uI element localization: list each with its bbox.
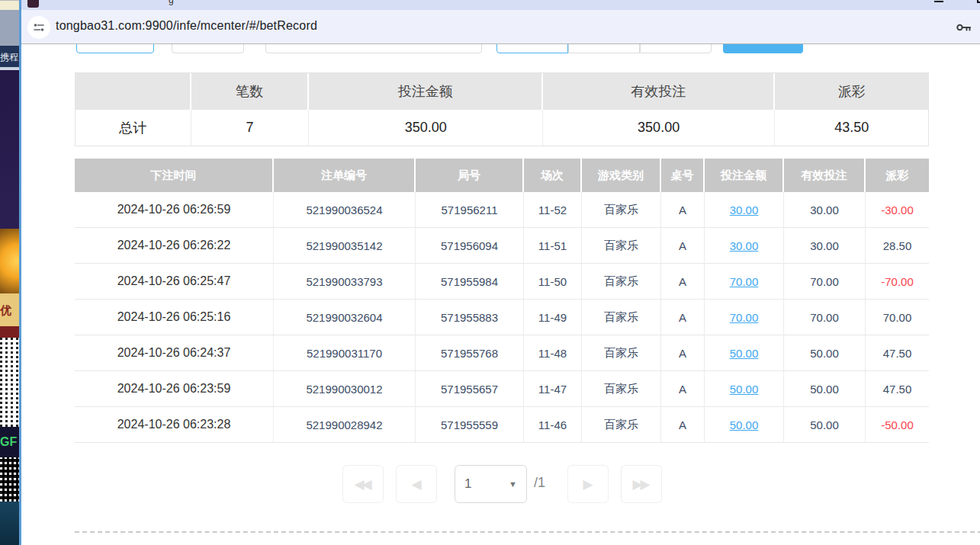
- backdrop-red-bar: [0, 326, 19, 338]
- maximize-icon[interactable]: [977, 0, 980, 3]
- bet-time: 2024-10-26 06:25:16: [75, 300, 274, 335]
- game-type: 百家乐: [582, 335, 661, 370]
- backdrop-promo-text: 优: [0, 293, 19, 326]
- round-no: 571955657: [416, 371, 524, 406]
- next-page-button[interactable]: ▶: [567, 465, 609, 503]
- site-settings-icon[interactable]: [27, 16, 50, 39]
- payout: -50.00: [866, 407, 929, 442]
- session: 11-47: [524, 371, 582, 406]
- valid-bet: 50.00: [784, 371, 866, 406]
- summary-header-row: 笔数 投注金额 有效投注 派彩: [76, 73, 928, 110]
- password-key-icon[interactable]: [954, 18, 972, 40]
- backdrop-gold-coin-image: [0, 229, 19, 293]
- bet-amount-link[interactable]: 50.00: [730, 383, 759, 396]
- bet-amount-link[interactable]: 70.00: [730, 275, 759, 288]
- bet-id: 521990028942: [274, 407, 416, 442]
- payout: 28.50: [866, 228, 929, 263]
- game-type: 百家乐: [582, 264, 661, 299]
- pagination: ◀◀ ◀ 1 ▼ /1 ▶ ▶▶: [21, 465, 980, 508]
- game-type: 百家乐: [582, 371, 661, 406]
- session: 11-50: [524, 264, 582, 299]
- tab-favicon: [27, 0, 39, 8]
- backdrop-gf-text: GF: [0, 427, 19, 457]
- col-bet-id: 注单编号: [274, 159, 416, 192]
- summary-valid-bet-value: 350.00: [543, 110, 775, 146]
- round-no: 571955559: [416, 407, 524, 442]
- last-page-button[interactable]: ▶▶: [621, 465, 662, 503]
- round-no: 571955984: [416, 264, 524, 299]
- table-row: 2024-10-26 06:23:28 521990028942 5719555…: [75, 407, 929, 443]
- backdrop-purple-band: [0, 70, 19, 229]
- payout: 47.50: [866, 371, 929, 406]
- address-bar[interactable]: tongbao31.com:9900/infe/mcenter/#/betRec…: [21, 10, 980, 44]
- table-no: A: [661, 300, 705, 335]
- summary-payout-value: 43.50: [775, 110, 928, 146]
- summary-header-bet-amount: 投注金额: [309, 73, 542, 110]
- bet-amount-link[interactable]: 70.00: [730, 311, 759, 324]
- table-row: 2024-10-26 06:25:16 521990032604 5719558…: [75, 300, 929, 335]
- col-bet-time: 下注时间: [75, 159, 274, 192]
- bet-id: 521990030012: [274, 371, 416, 406]
- table-row: 2024-10-26 06:24:37 521990031170 5719557…: [75, 335, 929, 371]
- bet-amount-link[interactable]: 30.00: [730, 204, 759, 216]
- page-total-label: /1: [534, 475, 545, 491]
- valid-bet: 70.00: [784, 264, 866, 299]
- bet-id: 521990031170: [274, 335, 416, 370]
- summary-count-value: 7: [191, 110, 310, 146]
- table-no: A: [661, 228, 705, 263]
- table-no: A: [661, 371, 705, 406]
- backdrop-top: [0, 0, 19, 10]
- col-payout: 派彩: [866, 159, 929, 192]
- browser-tab-bar: g: [21, 0, 980, 10]
- summary-header-blank: [76, 73, 191, 110]
- summary-table: 笔数 投注金额 有效投注 派彩 总计 7 350.00 350.00 43.50: [75, 72, 929, 146]
- backdrop-qr-code-2: [0, 457, 19, 502]
- browser-window: g tongbao31.com:9900/infe/mcenter/#/betR…: [19, 0, 980, 545]
- bet-time: 2024-10-26 06:23:59: [75, 371, 274, 406]
- table-row: 2024-10-26 06:23:59 521990030012 5719556…: [75, 371, 929, 407]
- payout: 47.50: [866, 335, 929, 370]
- bet-time: 2024-10-26 06:26:22: [75, 228, 274, 263]
- page-select[interactable]: 1 ▼: [455, 465, 527, 503]
- table-row: 2024-10-26 06:25:47 521990033793 5719559…: [75, 264, 929, 300]
- prev-page-button[interactable]: ◀: [396, 465, 437, 503]
- bet-amount-link[interactable]: 30.00: [730, 239, 759, 252]
- col-session: 场次: [524, 159, 582, 192]
- summary-bet-amount-value: 350.00: [309, 110, 542, 146]
- bottom-dashed-divider: [75, 531, 980, 533]
- session: 11-46: [524, 407, 582, 442]
- table-no: A: [661, 407, 705, 442]
- minimize-icon[interactable]: [934, 1, 943, 2]
- bet-time: 2024-10-26 06:25:47: [75, 264, 274, 299]
- game-type: 百家乐: [582, 300, 661, 335]
- url-text[interactable]: tongbao31.com:9900/infe/mcenter/#/betRec…: [56, 19, 317, 33]
- backdrop-gray-band: [0, 10, 19, 46]
- col-bet-amount: 投注金额: [705, 159, 784, 192]
- bet-time: 2024-10-26 06:23:28: [75, 407, 274, 442]
- bet-time: 2024-10-26 06:26:59: [75, 192, 274, 227]
- bet-id: 521990035142: [274, 228, 416, 263]
- col-table-no: 桌号: [661, 159, 705, 192]
- game-type: 百家乐: [582, 228, 661, 263]
- table-no: A: [661, 335, 705, 370]
- summary-header-payout: 派彩: [775, 73, 928, 110]
- round-no: 571955768: [416, 335, 524, 370]
- backdrop-teal-band: [0, 502, 19, 545]
- payout: -30.00: [866, 192, 929, 227]
- bet-amount-link[interactable]: 50.00: [730, 418, 759, 431]
- table-no: A: [661, 264, 705, 299]
- valid-bet: 30.00: [784, 192, 866, 227]
- first-page-button[interactable]: ◀◀: [342, 465, 384, 503]
- summary-header-valid-bet: 有效投注: [543, 73, 775, 110]
- backdrop-qr-code-1: [0, 338, 19, 427]
- payout: 70.00: [866, 300, 929, 335]
- round-no: 571956211: [416, 192, 524, 227]
- summary-header-count: 笔数: [191, 73, 310, 110]
- bet-record-page: 笔数 投注金额 有效投注 派彩 总计 7 350.00 350.00 43.50…: [21, 44, 980, 545]
- bet-amount-link[interactable]: 50.00: [730, 347, 759, 360]
- payout: -70.00: [866, 264, 929, 299]
- col-valid-bet: 有效投注: [784, 159, 866, 192]
- valid-bet: 30.00: [784, 228, 866, 263]
- tab-title[interactable]: g: [169, 0, 174, 5]
- table-no: A: [661, 192, 705, 227]
